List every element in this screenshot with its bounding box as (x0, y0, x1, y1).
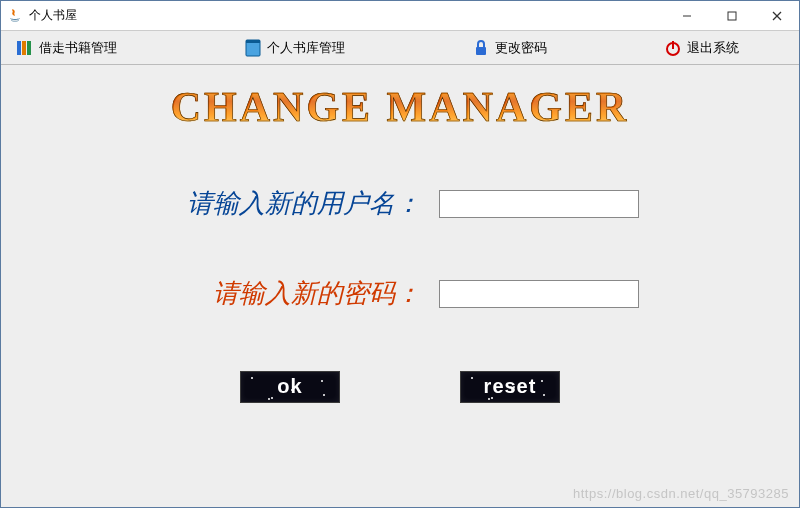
svg-rect-1 (728, 12, 736, 20)
window-titlebar: 个人书屋 (1, 1, 799, 31)
book-icon (243, 38, 263, 58)
username-row: 请输入新的用户名： (161, 186, 639, 221)
svg-rect-6 (27, 41, 31, 55)
password-label: 请输入新的密码： (161, 276, 421, 311)
watermark: https://blog.csdn.net/qq_35793285 (573, 486, 789, 501)
button-row: ok reset (1, 371, 799, 403)
menu-borrowed-books[interactable]: 借走书籍管理 (7, 31, 125, 64)
menubar: 借走书籍管理 个人书库管理 更改密码 退出系统 (1, 31, 799, 65)
password-row: 请输入新的密码： (161, 276, 639, 311)
menu-exit-system[interactable]: 退出系统 (655, 31, 747, 64)
window-title: 个人书屋 (29, 7, 77, 24)
close-button[interactable] (754, 1, 799, 30)
content-panel: CHANGE MANAGER 请输入新的用户名： 请输入新的密码： ok res… (1, 65, 799, 507)
page-title: CHANGE MANAGER (1, 65, 799, 131)
svg-rect-4 (17, 41, 21, 55)
menu-label: 借走书籍管理 (39, 39, 117, 57)
window-controls (664, 1, 799, 30)
svg-rect-9 (476, 47, 486, 55)
menu-change-password[interactable]: 更改密码 (463, 31, 555, 64)
username-label: 请输入新的用户名： (161, 186, 421, 221)
svg-rect-5 (22, 41, 26, 55)
svg-rect-8 (246, 40, 260, 43)
form-area: 请输入新的用户名： 请输入新的密码： (1, 186, 799, 311)
ok-button[interactable]: ok (240, 371, 340, 403)
reset-button[interactable]: reset (460, 371, 560, 403)
lock-icon (471, 38, 491, 58)
menu-label: 退出系统 (687, 39, 739, 57)
minimize-button[interactable] (664, 1, 709, 30)
books-icon (15, 38, 35, 58)
menu-label: 个人书库管理 (267, 39, 345, 57)
maximize-button[interactable] (709, 1, 754, 30)
menu-label: 更改密码 (495, 39, 547, 57)
java-icon (7, 8, 23, 24)
username-input[interactable] (439, 190, 639, 218)
power-icon (663, 38, 683, 58)
password-input[interactable] (439, 280, 639, 308)
menu-personal-library[interactable]: 个人书库管理 (235, 31, 353, 64)
